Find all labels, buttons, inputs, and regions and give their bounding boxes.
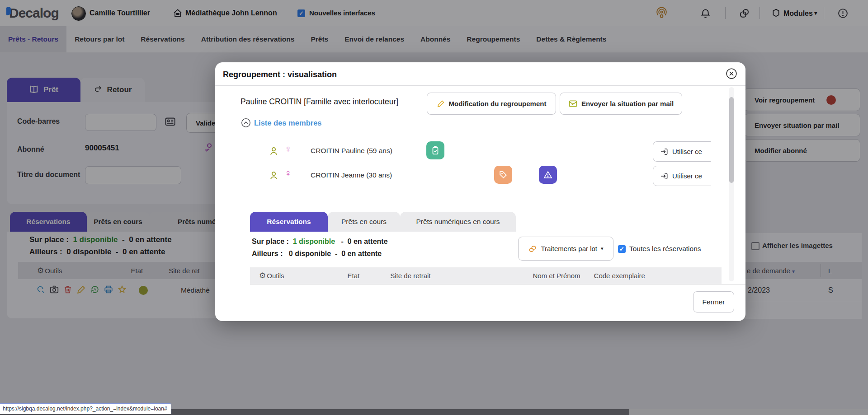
- modal-title: Regroupement : visualisation: [223, 67, 337, 82]
- gear-icon[interactable]: ⚙: [259, 271, 266, 280]
- modal-stat-surplace: Sur place : 1 disponible - 0 en attente: [252, 238, 388, 246]
- use-account-button[interactable]: Utiliser ce: [653, 166, 711, 186]
- pencil-icon: [437, 99, 445, 108]
- modal-tab-reservations[interactable]: Réservations: [250, 212, 328, 232]
- close-icon[interactable]: [726, 68, 737, 79]
- female-icon: ♀: [284, 168, 292, 179]
- patron-name: Pauline CROITIN [Famille avec interlocut…: [241, 97, 398, 107]
- clipboard-check-badge[interactable]: [426, 141, 444, 159]
- modal-scrollbar-track[interactable]: [729, 87, 734, 281]
- member-name: CROITIN Pauline (59 ans): [311, 141, 392, 161]
- status-url-tooltip: https://sigbqa.decalog.net/index.php?_ac…: [0, 403, 171, 414]
- batch-actions-button[interactable]: Traitements par lot ▾: [518, 237, 613, 261]
- modal-tab-prets-en-cours[interactable]: Prêts en cours: [328, 212, 400, 232]
- modal-tab-prets-numeriques[interactable]: Prêts numériques en cours: [400, 212, 516, 232]
- mail-icon: [568, 99, 578, 108]
- female-icon: ♀: [284, 143, 292, 155]
- send-mail-button[interactable]: Envoyer la situation par mail: [560, 93, 682, 115]
- login-arrow-icon: [660, 172, 669, 181]
- members-viewport: ♀ CROITIN Pauline (59 ans) Utiliser ce ♀…: [215, 134, 711, 195]
- modal-col-etat: Etat: [348, 272, 360, 280]
- login-arrow-icon: [660, 147, 669, 156]
- modify-group-button[interactable]: Modification du regroupement: [427, 93, 556, 115]
- modal-col-outils: Outils: [267, 272, 284, 280]
- person-icon: [269, 170, 279, 181]
- members-heading[interactable]: Liste des membres: [241, 118, 321, 128]
- chevron-up-circle-icon[interactable]: [241, 118, 251, 128]
- member-name: CROITIN Jeanne (30 ans): [311, 165, 392, 185]
- link-chain-icon: [528, 244, 537, 253]
- warning-badge[interactable]: [539, 166, 557, 184]
- modal-col-nom: Nom et Prénom: [533, 272, 580, 280]
- app-root: Decalog Camille Tourtillier Médiathèque …: [0, 0, 868, 415]
- modal-stat-ailleurs: Ailleurs : 0 disponible - 0 en attente: [252, 250, 382, 258]
- close-modal-button[interactable]: Fermer: [693, 291, 734, 312]
- member-row: ♀ CROITIN Pauline (59 ans) Utiliser ce: [215, 141, 711, 162]
- modal-col-code: Code exemplaire: [594, 272, 645, 280]
- modal-col-site: Site de retrait: [390, 272, 430, 280]
- all-reservations-label: Toutes les réservations: [629, 245, 701, 253]
- use-account-button[interactable]: Utiliser ce: [653, 141, 711, 162]
- tag-badge[interactable]: [494, 166, 512, 184]
- modal-table-divider: [250, 284, 745, 284]
- all-reservations-checkbox[interactable]: ✓: [618, 245, 626, 253]
- modal-header-divider: [215, 85, 745, 86]
- modal-table-header: ⚙ Outils Etat Site de retrait Nom et Pré…: [250, 267, 722, 284]
- regroupement-modal: Regroupement : visualisation Pauline CRO…: [215, 62, 745, 321]
- person-icon: [269, 146, 279, 156]
- modal-scrollbar-thumb[interactable]: [729, 97, 734, 183]
- member-row: ♀ CROITIN Jeanne (30 ans) Utiliser ce: [215, 165, 711, 186]
- caret-down-icon: ▾: [601, 246, 604, 252]
